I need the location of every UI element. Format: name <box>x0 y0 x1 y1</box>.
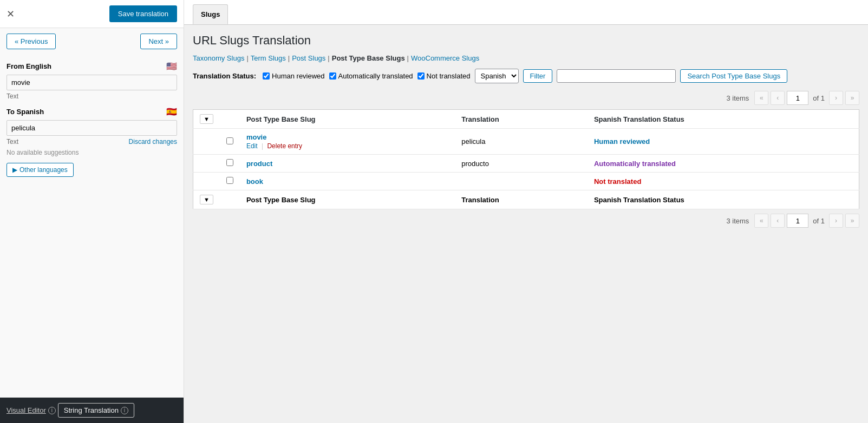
taxonomy-slugs-link[interactable]: Taxonomy Slugs <box>193 54 244 62</box>
woocommerce-slugs-link[interactable]: WooCommerce Slugs <box>411 54 479 62</box>
row-checkbox[interactable] <box>226 137 233 144</box>
table-row: book Not translated <box>193 173 859 190</box>
auto-translated-filter[interactable]: Automatically translated <box>329 72 413 80</box>
status-col-header: Spanish Translation Status <box>588 110 859 129</box>
from-meta: Text <box>6 92 177 100</box>
translation-cell: pelicula <box>455 129 588 155</box>
language-dropdown[interactable]: Spanish <box>475 69 519 83</box>
status-cell: Not translated <box>588 173 859 190</box>
string-translation-tab[interactable]: String Translation i <box>58 403 134 418</box>
slug-cell: movie Edit | Delete entry <box>240 129 455 155</box>
slug-value[interactable]: book <box>246 177 263 186</box>
slug-value[interactable]: product <box>246 160 272 168</box>
from-flag: 🇺🇸 <box>166 61 177 71</box>
auto-translated-checkbox[interactable] <box>329 72 336 80</box>
string-translation-info-icon: i <box>121 407 128 414</box>
translation-cell: producto <box>455 155 588 173</box>
status-cell: Human reviewed <box>588 129 859 155</box>
pagination-bottom: 3 items « ‹ of 1 › » <box>193 214 859 228</box>
table-row: movie Edit | Delete entry pelicula Human… <box>193 129 859 155</box>
collapse-cell <box>193 129 220 155</box>
to-flag: 🇪🇸 <box>166 107 177 117</box>
row-checkbox-cell <box>220 155 240 173</box>
pagination-top: 3 items « ‹ of 1 › » <box>193 91 859 105</box>
not-translated-checkbox[interactable] <box>417 72 425 80</box>
to-meta: Text Discard changes <box>6 138 177 146</box>
human-reviewed-checkbox[interactable] <box>263 72 270 80</box>
to-section: To Spanish 🇪🇸 Text Discard changes No av… <box>6 107 177 156</box>
collapse-button[interactable]: ▼ <box>200 114 213 124</box>
prev-page-top[interactable]: ‹ <box>771 91 785 105</box>
save-translation-button[interactable]: Save translation <box>109 5 177 22</box>
from-type: Text <box>6 92 18 100</box>
slug-actions: Edit | Delete entry <box>246 142 448 150</box>
post-slugs-link[interactable]: Post Slugs <box>292 54 325 62</box>
of-label-top: of 1 <box>813 94 825 102</box>
of-label-bottom: of 1 <box>813 217 825 225</box>
prev-page-bottom[interactable]: ‹ <box>771 214 785 228</box>
no-suggestions: No available suggestions <box>6 149 177 156</box>
checkbox-col-footer <box>220 190 240 209</box>
translation-area: From English 🇺🇸 Text To Spanish 🇪🇸 Text … <box>0 55 184 398</box>
next-page-top[interactable]: › <box>829 91 843 105</box>
visual-editor-link[interactable]: Visual Editor <box>6 406 46 414</box>
collapse-cell <box>193 155 220 173</box>
slug-col-footer: Post Type Base Slug <box>240 190 455 209</box>
other-languages-label: Other languages <box>19 166 68 174</box>
translation-col-footer: Translation <box>455 190 588 209</box>
slugs-tab[interactable]: Slugs <box>193 4 228 24</box>
from-header: From English 🇺🇸 <box>6 61 177 71</box>
last-page-top[interactable]: » <box>845 91 859 105</box>
collapse-footer-button[interactable]: ▼ <box>200 195 213 204</box>
item-count-bottom: 3 items <box>726 217 749 225</box>
string-translation-label: String Translation <box>64 406 119 414</box>
close-button[interactable]: ✕ <box>6 8 15 20</box>
slug-value[interactable]: movie <box>246 133 267 141</box>
human-reviewed-filter[interactable]: Human reviewed <box>263 72 325 80</box>
status-cell: Automatically translated <box>588 155 859 173</box>
discard-changes-link[interactable]: Discard changes <box>129 138 177 146</box>
human-reviewed-label: Human reviewed <box>272 72 325 80</box>
row-checkbox[interactable] <box>226 177 233 184</box>
term-slugs-link[interactable]: Term Slugs <box>251 54 286 62</box>
page-title: URL Slugs Translation <box>193 34 859 48</box>
search-input[interactable] <box>557 69 676 83</box>
slug-table: ▼ Post Type Base Slug Translation Spanis… <box>193 109 859 209</box>
from-input[interactable] <box>6 75 177 90</box>
other-languages-button[interactable]: ▶ Other languages <box>6 163 74 177</box>
item-count-top: 3 items <box>726 94 749 102</box>
checkbox-col-header <box>220 110 240 129</box>
table-header-row: ▼ Post Type Base Slug Translation Spanis… <box>193 110 859 129</box>
edit-link[interactable]: Edit <box>246 142 258 150</box>
slug-cell: product <box>240 155 455 173</box>
search-button[interactable]: Search Post Type Base Slugs <box>680 69 787 83</box>
table-row: product producto Automatically translate… <box>193 155 859 173</box>
first-page-bottom[interactable]: « <box>754 214 768 228</box>
row-checkbox[interactable] <box>226 159 233 166</box>
last-page-bottom[interactable]: » <box>845 214 859 228</box>
page-input-top[interactable] <box>787 91 808 105</box>
to-type: Text <box>6 138 18 146</box>
collapse-cell <box>193 173 220 190</box>
page-input-bottom[interactable] <box>787 214 808 228</box>
nav-buttons: « Previous Next » <box>0 28 184 55</box>
to-header: To Spanish 🇪🇸 <box>6 107 177 117</box>
from-label: From English <box>6 62 51 70</box>
translation-cell <box>455 173 588 190</box>
table-footer-row: ▼ Post Type Base Slug Translation Spanis… <box>193 190 859 209</box>
first-page-top[interactable]: « <box>754 91 768 105</box>
not-translated-filter[interactable]: Not translated <box>417 72 471 80</box>
to-input[interactable] <box>6 120 177 136</box>
status-col-footer: Spanish Translation Status <box>588 190 859 209</box>
slug-cell: book <box>240 173 455 190</box>
not-translated-label: Not translated <box>427 72 471 80</box>
filter-button[interactable]: Filter <box>523 69 553 83</box>
next-button[interactable]: Next » <box>140 34 177 49</box>
post-type-base-slugs-link[interactable]: Post Type Base Slugs <box>332 54 405 62</box>
row-checkbox-cell <box>220 129 240 155</box>
previous-button[interactable]: « Previous <box>6 34 56 49</box>
next-page-bottom[interactable]: › <box>829 214 843 228</box>
content-area: URL Slugs Translation Taxonomy Slugs | T… <box>184 25 868 423</box>
delete-link[interactable]: Delete entry <box>267 142 302 150</box>
other-languages-icon: ▶ <box>12 166 17 174</box>
